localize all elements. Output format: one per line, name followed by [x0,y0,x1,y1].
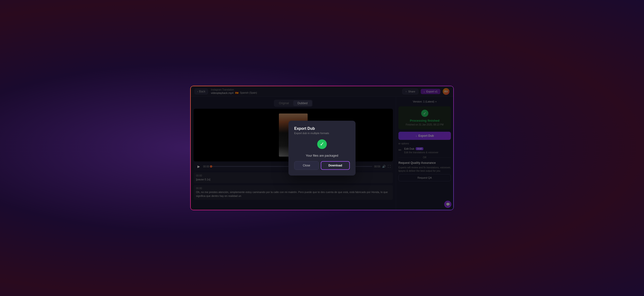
modal-download-button[interactable]: Download [321,161,350,170]
modal-files-ready: Your files are packaged [306,154,338,157]
modal-actions: Close Download [294,161,350,170]
app-window: ‹ Back Instagram Translation videoplayba… [190,86,454,210]
modal-check-icon: ✓ [317,140,327,149]
modal-title: Export Dub [294,126,315,131]
export-dub-modal: Export Dub Export dub in multiple format… [288,121,356,176]
modal-overlay: Export Dub Export dub in multiple format… [191,86,453,210]
modal-close-button[interactable]: Close [294,161,319,170]
modal-subtitle: Export dub in multiple formats [294,132,329,134]
